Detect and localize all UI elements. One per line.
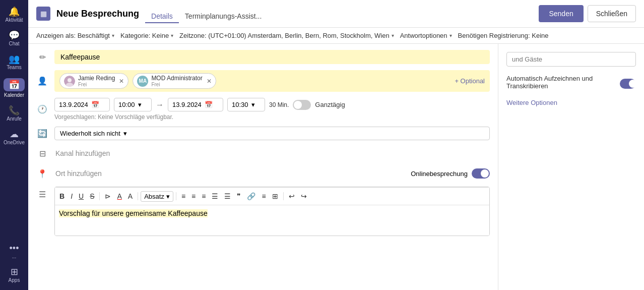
aktivitat-icon: 🔔	[9, 7, 20, 16]
chevron-down-icon: ▾	[112, 33, 114, 38]
table-button[interactable]: ⊞	[270, 191, 281, 202]
auto-record-toggle[interactable]	[620, 79, 636, 89]
quote-button[interactable]: ❞	[234, 191, 243, 202]
datetime-row: 🕐 13.9.2024 📅 10:00 ▾ → 13.9.20	[36, 98, 490, 121]
guests-input[interactable]	[506, 52, 636, 67]
sidebar: 🔔 Aktivität 💬 Chat 👥 Teams 📅 Kalender 📞 …	[0, 0, 28, 290]
justify-button[interactable]: ≡	[259, 191, 268, 202]
tab-terminplanung[interactable]: Terminplanungs-Assist...	[179, 10, 268, 23]
online-meeting-label: Onlinebesprechung	[411, 170, 468, 178]
italic-button[interactable]: I	[68, 191, 75, 202]
avatar-jamie	[64, 76, 75, 87]
list-bullet-button[interactable]: ☰	[209, 191, 221, 202]
location-content: Ort hinzufügen Onlinebesprechung	[54, 166, 490, 181]
redo-button[interactable]: ↪	[298, 191, 309, 202]
app-icon: ▦	[36, 7, 50, 21]
strikethrough-button[interactable]: S	[87, 191, 97, 202]
title-input[interactable]	[54, 50, 490, 64]
sidebar-item-chat[interactable]: 💬 Chat	[0, 28, 28, 49]
sidebar-item-onedrive[interactable]: ☁ OneDrive	[0, 127, 28, 148]
show-as-selector[interactable]: Anzeigen als: Beschäftigt ▾	[36, 32, 114, 39]
registration-selector[interactable]: Benötigen Registrierung: Keine	[458, 32, 549, 39]
response-options-selector[interactable]: Antwortoptionen ▾	[400, 32, 452, 39]
location-row: 📍 Ort hinzufügen Onlinebesprechung	[36, 166, 490, 181]
sidebar-item-anrufe[interactable]: 📞 Anrufe	[0, 103, 28, 125]
anrufe-icon: 📞	[9, 106, 20, 115]
remove-attendee-jamie[interactable]: ✕	[119, 78, 124, 85]
attendees-icon: 👤	[36, 76, 48, 86]
allday-toggle[interactable]	[293, 100, 311, 110]
toolbar-row: Anzeigen als: Beschäftigt ▾ Kategorie: K…	[28, 28, 644, 44]
optional-button[interactable]: + Optional	[455, 77, 485, 85]
attendee-name: Jamie Reding	[78, 75, 115, 82]
chevron-down-icon: ▾	[251, 101, 255, 108]
attendee-status: Frei	[151, 82, 202, 87]
chevron-down-icon: ▾	[123, 130, 127, 137]
editor-toolbar: B I U S ⊳ A A Absatz ▾	[55, 187, 489, 205]
remove-attendee-mod[interactable]: ✕	[207, 78, 212, 85]
channel-input[interactable]: Kanal hinzufügen	[54, 146, 490, 160]
kalender-icon: 📅	[4, 78, 25, 91]
sidebar-item-more[interactable]: ••• ...	[0, 241, 28, 262]
paragraph-select[interactable]: Absatz ▾	[141, 191, 173, 202]
recurrence-content: Wiederholt sich nicht ▾	[54, 127, 490, 140]
editor-container: B I U S ⊳ A A Absatz ▾	[54, 187, 490, 236]
sidebar-item-aktivitat[interactable]: 🔔 Aktivität	[0, 4, 28, 26]
content-area: ✏ 👤	[28, 44, 644, 290]
list-numbered-button[interactable]: ☰	[222, 191, 233, 202]
location-input[interactable]: Ort hinzufügen	[54, 166, 103, 181]
chat-icon: 💬	[9, 31, 20, 40]
header-tabs: Details Terminplanungs-Assist...	[145, 10, 268, 18]
recurrence-select[interactable]: Wiederholt sich nicht ▾	[54, 127, 490, 140]
sidebar-item-label: Apps	[9, 277, 20, 283]
attendee-info: MOD Administrator Frei	[151, 75, 202, 87]
decrease-indent-button[interactable]: ⊳	[102, 191, 113, 202]
toolbar-separator	[99, 192, 100, 200]
recurrence-icon: 🔄	[36, 129, 48, 138]
close-button[interactable]: Schließen	[588, 5, 636, 22]
toolbar-separator-2	[138, 192, 138, 200]
sidebar-item-kalender[interactable]: 📅 Kalender	[0, 75, 28, 101]
main-area: ▦ Neue Besprechung Details Terminplanung…	[28, 0, 644, 290]
sidebar-item-apps[interactable]: ⊞ Apps	[0, 264, 28, 286]
auto-record-row: Automatisch Aufzeichnen und Transkribier…	[506, 75, 636, 93]
online-meeting-switch[interactable]	[472, 168, 490, 179]
end-date-input[interactable]: 13.9.2024 📅	[168, 98, 223, 111]
tab-details[interactable]: Details	[145, 10, 179, 23]
undo-button[interactable]: ↩	[286, 191, 297, 202]
start-time-select[interactable]: 10:00 ▾	[114, 98, 152, 111]
underline-button[interactable]: U	[76, 191, 86, 202]
location-icon: 📍	[36, 169, 48, 179]
sidebar-item-label: Anrufe	[7, 116, 21, 122]
header-actions: Senden Schließen	[539, 5, 636, 22]
svg-point-1	[68, 78, 72, 82]
more-options-link[interactable]: Weitere Optionen	[506, 99, 636, 106]
start-date-input[interactable]: 13.9.2024 📅	[54, 98, 110, 111]
end-time-select[interactable]: 10:30 ▾	[227, 98, 265, 111]
editor-content-area[interactable]: Vorschlag für unsere gemeinsame Kaffeepa…	[55, 205, 489, 236]
category-selector[interactable]: Kategorie: Keine ▾	[120, 32, 173, 39]
send-button[interactable]: Senden	[539, 5, 583, 22]
chevron-down-icon: ▾	[166, 193, 170, 200]
align-left-button[interactable]: ≡	[179, 191, 188, 202]
bold-button[interactable]: B	[57, 191, 67, 202]
time-arrow-separator: →	[156, 100, 164, 109]
link-button[interactable]: 🔗	[244, 191, 258, 202]
duration-label: 30 Min.	[269, 101, 289, 108]
sidebar-item-teams[interactable]: 👥 Teams	[0, 51, 28, 73]
recurrence-row: 🔄 Wiederholt sich nicht ▾	[36, 127, 490, 140]
align-center-button[interactable]: ≡	[189, 191, 198, 202]
chevron-down-icon: ▾	[392, 33, 394, 38]
title-row: ✏	[36, 50, 490, 64]
form-area: ✏ 👤	[28, 44, 498, 290]
font-size-button[interactable]: A	[125, 191, 135, 202]
allday-toggle-container: Ganztägig	[293, 100, 345, 110]
font-color-button[interactable]: A	[114, 191, 124, 202]
channel-icon: ⊟	[36, 149, 48, 158]
align-right-button[interactable]: ≡	[199, 191, 208, 202]
sidebar-item-label: Kalender	[4, 92, 24, 98]
auto-record-label: Automatisch Aufzeichnen und Transkribier…	[506, 75, 620, 90]
timezone-selector[interactable]: Zeitzone: (UTC+01:00) Amsterdam, Berlin,…	[179, 32, 394, 39]
sidebar-item-label: ...	[12, 254, 16, 259]
right-panel: Automatisch Aufzeichnen und Transkribier…	[498, 44, 644, 290]
